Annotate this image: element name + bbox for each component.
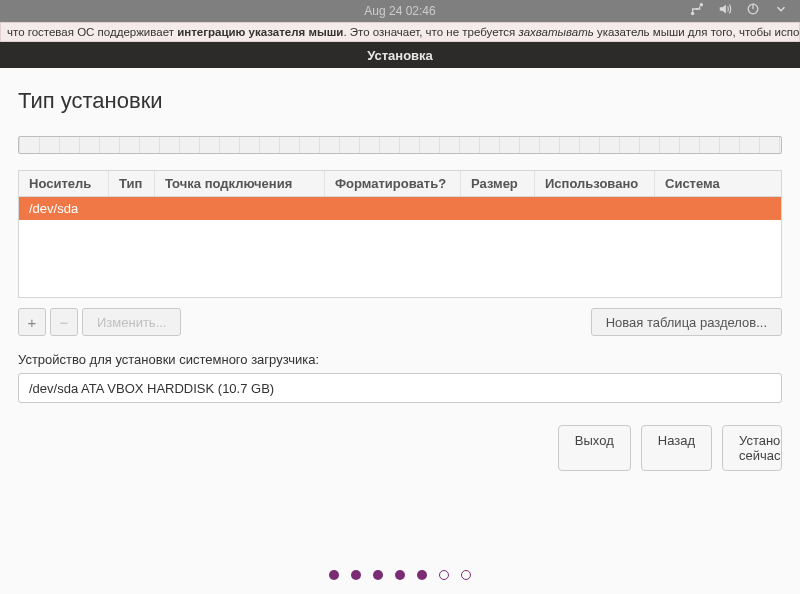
- cell-size: [461, 197, 535, 220]
- cell-used: [535, 197, 655, 220]
- partition-buttons: + − Изменить... Новая таблица разделов..…: [18, 308, 782, 336]
- power-icon[interactable]: [746, 2, 760, 20]
- remove-partition-button[interactable]: −: [50, 308, 78, 336]
- table-header: Носитель Тип Точка подключения Форматиро…: [19, 171, 781, 197]
- quit-button[interactable]: Выход: [558, 425, 631, 471]
- partition-table: Носитель Тип Точка подключения Форматиро…: [18, 170, 782, 298]
- step-dot: [395, 570, 405, 580]
- cell-format: [325, 197, 461, 220]
- svg-rect-4: [752, 4, 753, 9]
- col-mount[interactable]: Точка подключения: [155, 171, 325, 196]
- step-dot: [461, 570, 471, 580]
- bootloader-device-select[interactable]: /dev/sda ATA VBOX HARDDISK (10.7 GB): [18, 373, 782, 403]
- col-format[interactable]: Форматировать?: [325, 171, 461, 196]
- svg-point-0: [691, 12, 695, 16]
- col-used[interactable]: Использовано: [535, 171, 655, 196]
- step-dot: [417, 570, 427, 580]
- page-title: Тип установки: [18, 88, 782, 114]
- virtualbox-hint-bar: что гостевая ОС поддерживает интеграцию …: [0, 22, 800, 42]
- bootloader-label: Устройство для установки системного загр…: [18, 352, 782, 367]
- cell-mount: [155, 197, 325, 220]
- installer-content: Тип установки Носитель Тип Точка подключ…: [0, 68, 800, 471]
- nav-buttons: Выход Назад Установить сейчас: [18, 425, 782, 471]
- clock-text: Aug 24 02:46: [364, 4, 435, 18]
- step-dot: [351, 570, 361, 580]
- step-dot: [373, 570, 383, 580]
- svg-point-1: [700, 3, 704, 7]
- col-device[interactable]: Носитель: [19, 171, 109, 196]
- cell-type: [109, 197, 155, 220]
- step-dot: [329, 570, 339, 580]
- table-body[interactable]: /dev/sda: [19, 197, 781, 297]
- bootloader-device-value: /dev/sda ATA VBOX HARDDISK (10.7 GB): [29, 381, 274, 396]
- table-row[interactable]: /dev/sda: [19, 197, 781, 220]
- chevron-down-icon[interactable]: [774, 2, 788, 20]
- change-partition-button[interactable]: Изменить...: [82, 308, 181, 336]
- back-button[interactable]: Назад: [641, 425, 712, 471]
- col-type[interactable]: Тип: [109, 171, 155, 196]
- step-dot-current: [439, 570, 449, 580]
- col-system[interactable]: Система: [655, 171, 781, 196]
- window-title: Установка: [367, 48, 433, 63]
- system-tray: [690, 0, 788, 22]
- cell-device: /dev/sda: [19, 197, 109, 220]
- disk-usage-bar[interactable]: [18, 136, 782, 154]
- network-icon[interactable]: [690, 2, 704, 20]
- col-size[interactable]: Размер: [461, 171, 535, 196]
- window-titlebar: Установка: [0, 42, 800, 68]
- system-topbar: Aug 24 02:46: [0, 0, 800, 22]
- install-button[interactable]: Установить сейчас: [722, 425, 782, 471]
- cell-system: [655, 197, 781, 220]
- new-partition-table-button[interactable]: Новая таблица разделов...: [591, 308, 782, 336]
- progress-dots: [0, 570, 800, 580]
- add-partition-button[interactable]: +: [18, 308, 46, 336]
- volume-icon[interactable]: [718, 2, 732, 20]
